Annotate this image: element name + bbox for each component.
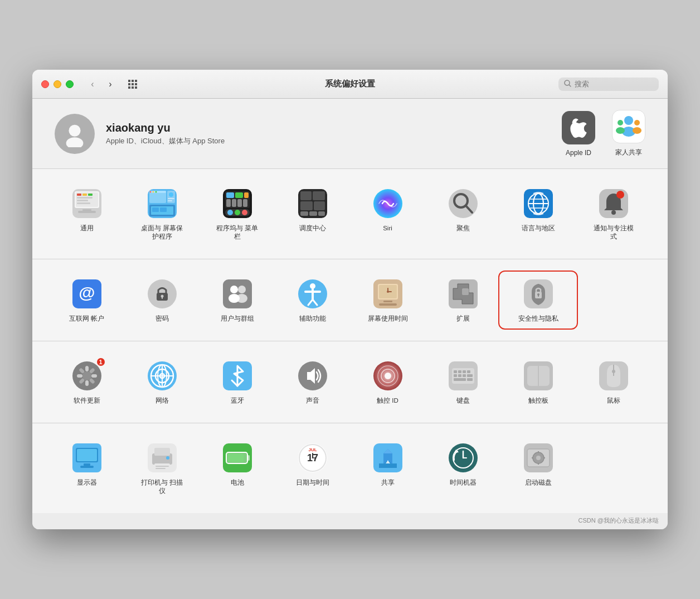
icon-item-software[interactable]: 1软件更新 [49, 355, 124, 409]
forward-button[interactable]: › [103, 76, 118, 92]
general-icon [70, 187, 104, 220]
icon-item-language[interactable]: 语言与地区 [500, 182, 576, 245]
svg-rect-140 [454, 378, 466, 381]
accessibility-icon [296, 277, 329, 311]
datetime-label: 日期与时间 [296, 479, 329, 487]
svg-point-16 [616, 127, 625, 134]
grid-view-button[interactable] [125, 76, 140, 92]
icon-item-keyboard[interactable]: 键盘 [425, 355, 500, 409]
battery-label: 电池 [231, 479, 244, 487]
svg-rect-28 [82, 209, 91, 211]
svg-point-11 [69, 124, 80, 136]
icon-item-spotlight[interactable]: 聚焦 [425, 182, 500, 245]
svg-rect-43 [160, 207, 167, 212]
software-icon: 1 [70, 359, 104, 393]
svg-rect-39 [168, 200, 172, 201]
icon-item-touch[interactable]: 触控 ID [350, 355, 425, 409]
svg-rect-151 [84, 463, 90, 466]
spotlight-icon [446, 187, 480, 220]
svg-rect-98 [379, 303, 397, 306]
svg-rect-8 [135, 86, 137, 89]
icon-item-display[interactable]: 显示器 [49, 437, 124, 500]
svg-rect-97 [383, 301, 392, 302]
users-label: 用户与群组 [221, 315, 254, 323]
maximize-button[interactable] [66, 80, 74, 88]
sections-container: 通用 桌面与 屏幕保护程序 程序坞与 菜单栏 [32, 169, 668, 513]
spotlight-label: 聚焦 [456, 224, 470, 233]
avatar [55, 114, 95, 154]
svg-rect-32 [149, 191, 166, 193]
icon-item-password[interactable]: 密码 [124, 273, 200, 327]
back-button[interactable]: ‹ [85, 76, 100, 92]
icon-item-sound[interactable]: 声音 [275, 355, 350, 409]
profile-left: xiaokang yu Apple ID、iCloud、媒体与 App Stor… [55, 114, 225, 154]
icon-item-screentime[interactable]: 屏幕使用时间 [350, 273, 425, 327]
icon-item-sharing[interactable]: 共享 [350, 437, 425, 500]
profile-right: Apple ID 家人共享 [562, 110, 645, 157]
svg-rect-25 [77, 197, 93, 199]
svg-point-56 [242, 210, 247, 215]
svg-point-13 [624, 116, 633, 125]
icon-item-mission[interactable]: 调度中心 [275, 182, 350, 245]
icon-item-network[interactable]: 网络 [124, 355, 200, 409]
icon-item-startup[interactable]: 启动磁盘 [500, 437, 576, 500]
profile-subtitle: Apple ID、iCloud、媒体与 App Store [106, 136, 225, 146]
icon-item-bluetooth[interactable]: 蓝牙 [200, 355, 275, 409]
desktop-icon [145, 187, 179, 220]
icon-item-printer[interactable]: 打印机与 扫描仪 [124, 437, 200, 500]
icon-item-general[interactable]: 通用 [49, 182, 124, 245]
svg-rect-2 [135, 80, 137, 82]
display-label: 显示器 [77, 479, 97, 487]
profile-info: xiaokang yu Apple ID、iCloud、媒体与 App Stor… [106, 122, 225, 146]
mission-icon [296, 187, 329, 220]
icon-item-mouse[interactable]: 鼠标 [576, 355, 651, 409]
dock-icon [221, 187, 254, 220]
svg-rect-59 [313, 191, 325, 200]
icon-item-battery[interactable]: 电池 [200, 437, 275, 500]
svg-rect-137 [458, 374, 461, 377]
svg-text:@: @ [79, 283, 95, 302]
icon-item-extensions[interactable]: 扩展 [425, 273, 500, 327]
icon-item-dock[interactable]: 程序坞与 菜单栏 [200, 182, 275, 245]
svg-point-115 [82, 371, 91, 380]
svg-point-17 [634, 120, 640, 125]
svg-rect-107 [85, 366, 89, 371]
icon-item-trackpad[interactable]: 触控板 [500, 355, 576, 409]
svg-rect-163 [228, 454, 244, 462]
svg-rect-24 [88, 194, 93, 196]
svg-rect-158 [155, 468, 166, 469]
svg-point-76 [611, 210, 616, 215]
search-box[interactable] [558, 78, 659, 91]
apple-id-button[interactable]: Apple ID [562, 111, 595, 157]
family-icon [612, 110, 645, 143]
icon-item-security[interactable]: 安全性与隐私 [500, 273, 576, 327]
svg-text:JUL: JUL [308, 447, 317, 452]
svg-point-147 [612, 370, 615, 373]
icon-item-users[interactable]: 用户与群组 [200, 273, 275, 327]
sharing-icon [371, 441, 405, 475]
main-window: ‹ › 系统偏好设置 [32, 70, 668, 529]
icon-item-datetime[interactable]: JUL 17 日期与时间 [275, 437, 350, 500]
search-input[interactable] [575, 80, 653, 88]
titlebar: ‹ › 系统偏好设置 [32, 70, 668, 99]
security-icon [522, 277, 555, 311]
icon-item-desktop[interactable]: 桌面与 屏幕保护程序 [124, 182, 200, 245]
icon-item-siri[interactable]: Siri [350, 182, 425, 245]
family-sharing-button[interactable]: 家人共享 [612, 110, 645, 157]
svg-rect-134 [463, 370, 466, 373]
icon-item-internet[interactable]: @ 互联网 帐户 [49, 273, 124, 327]
siri-label: Siri [383, 224, 392, 233]
close-button[interactable] [41, 80, 49, 88]
desktop-label: 桌面与 屏幕保护程序 [140, 224, 184, 241]
svg-rect-23 [82, 194, 87, 196]
svg-rect-141 [467, 378, 473, 381]
svg-point-180 [536, 456, 541, 460]
icon-item-timemachine[interactable]: 时间机器 [425, 437, 500, 500]
minimize-button[interactable] [54, 80, 61, 88]
icon-item-accessibility[interactable]: 辅助功能 [275, 273, 350, 327]
icon-item-notification[interactable]: 通知与专注模式 [576, 182, 651, 245]
users-icon [221, 277, 254, 311]
extensions-label: 扩展 [456, 315, 470, 323]
section-section4: 显示器 打印机与 扫描仪 电池 JUL 17 日期与时间 共享 时间机器 [32, 423, 668, 513]
svg-rect-3 [128, 83, 130, 85]
